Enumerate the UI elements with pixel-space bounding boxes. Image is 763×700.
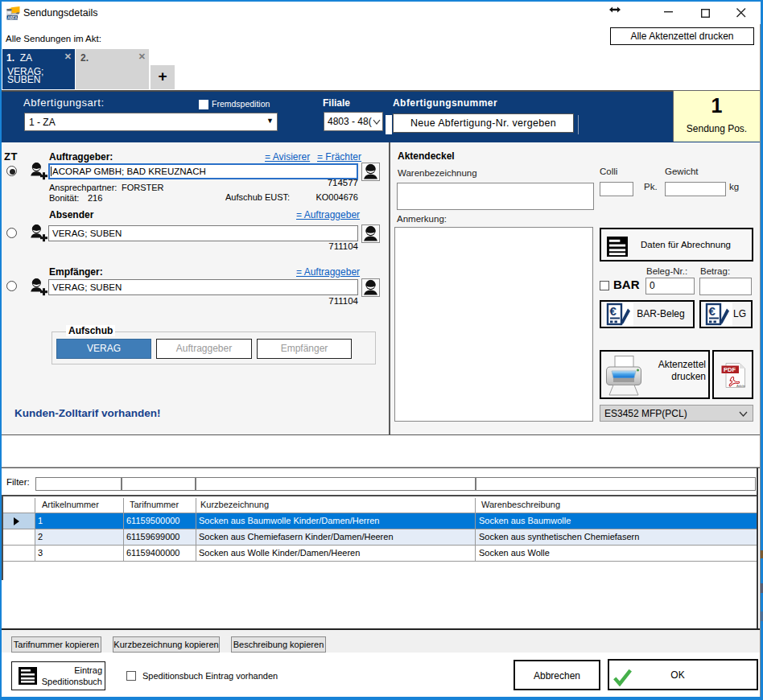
svg-text:ABFA3: ABFA3 [7, 16, 20, 20]
svg-text:PDF: PDF [724, 366, 736, 373]
svg-text:€: € [709, 304, 716, 318]
svg-text:€: € [610, 304, 617, 318]
svg-text:Adobe: Adobe [736, 384, 745, 388]
